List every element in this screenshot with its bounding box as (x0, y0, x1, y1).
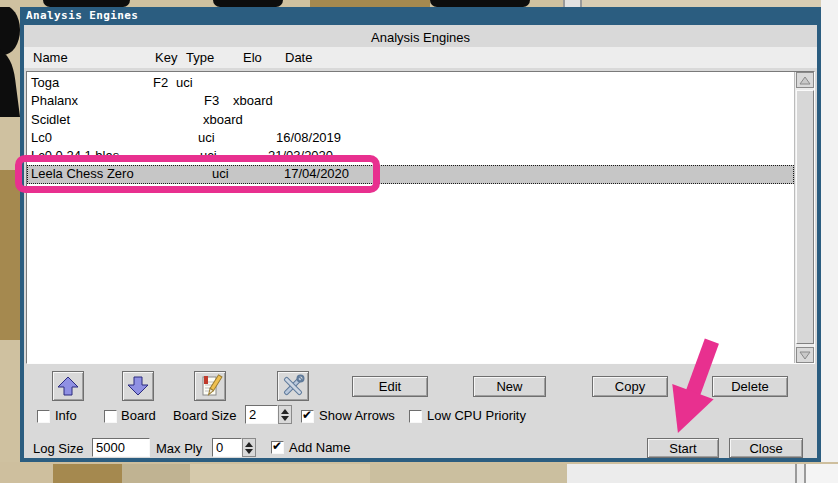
black-piece-top (213, 0, 283, 7)
engine-type: uci (198, 130, 215, 145)
highlight-arrow-annotation (655, 336, 735, 442)
engine-row[interactable]: Toga F2 uci (27, 74, 794, 92)
engine-name: Toga (31, 75, 59, 90)
engine-type: xboard (233, 93, 273, 108)
board-size-input[interactable] (245, 405, 278, 424)
up-arrow-icon (54, 373, 82, 399)
add-name-checkbox[interactable] (271, 441, 284, 454)
low-cpu-checkbox[interactable] (409, 410, 422, 423)
engine-row[interactable]: Phalanx F3 xboard (27, 92, 794, 110)
spin-up-icon[interactable] (281, 409, 289, 414)
board-size-label: Board Size (173, 408, 237, 423)
board-checkbox[interactable] (104, 410, 117, 423)
edit-notes-button[interactable] (194, 371, 226, 401)
board-size-stepper[interactable] (278, 405, 292, 424)
column-header-type: Type (186, 50, 214, 65)
engine-row[interactable]: Lc0 uci 16/08/2019 (27, 129, 794, 147)
show-arrows-checkbox[interactable] (301, 410, 314, 423)
background-scrollbar-sliver (795, 464, 806, 483)
engine-row[interactable]: Scidlet xboard (27, 111, 794, 129)
scroll-down-icon[interactable] (796, 347, 814, 363)
engine-type: uci (176, 75, 193, 90)
engine-type: xboard (203, 112, 243, 127)
log-size-input[interactable] (92, 438, 150, 457)
background-scrollbar-sliver (563, 0, 582, 7)
underlying-window-area (806, 464, 838, 483)
board-square (0, 170, 20, 340)
underlying-window-area (821, 0, 838, 483)
notebook-pencil-icon (196, 373, 224, 399)
engine-key: F2 (153, 75, 168, 90)
spin-down-icon[interactable] (245, 449, 253, 454)
board-square (53, 464, 122, 483)
board-label: Board (121, 408, 156, 423)
black-piece-top (430, 0, 530, 7)
configure-button[interactable] (277, 371, 309, 401)
board-square (310, 0, 430, 7)
info-label: Info (55, 408, 77, 423)
chessboard-top-strip (0, 0, 563, 7)
move-down-button[interactable] (122, 371, 154, 401)
dialog-heading: Analysis Engines (24, 30, 817, 45)
board-square (122, 464, 190, 483)
black-piece-top (43, 0, 130, 7)
engine-date: 16/08/2019 (276, 130, 341, 145)
down-arrow-icon (124, 373, 152, 399)
list-scrollbar[interactable] (794, 72, 814, 363)
engine-key: F3 (204, 93, 219, 108)
board-square (190, 464, 370, 483)
list-column-headers: Name Key Type Elo Date (24, 47, 817, 68)
info-checkbox[interactable] (37, 410, 50, 423)
window-titlebar[interactable]: Analysis Engines (20, 7, 821, 25)
show-arrows-label: Show Arrows (319, 408, 395, 423)
low-cpu-label: Low CPU Priority (427, 408, 526, 423)
highlight-rectangle-annotation (15, 155, 380, 193)
column-header-key: Key (155, 50, 177, 65)
new-button[interactable]: New (473, 376, 546, 397)
max-ply-label: Max Ply (156, 441, 202, 456)
spin-up-icon[interactable] (245, 442, 253, 447)
column-header-name: Name (33, 50, 68, 65)
max-ply-stepper[interactable] (242, 438, 256, 457)
engine-name: Phalanx (31, 93, 78, 108)
spin-down-icon[interactable] (281, 416, 289, 421)
add-name-label: Add Name (289, 440, 350, 455)
tools-icon (279, 373, 307, 399)
max-ply-input[interactable] (212, 438, 242, 457)
engine-listbox[interactable]: Toga F2 uci Phalanx F3 xboard Scidlet xb… (26, 71, 815, 364)
engine-name: Lc0 (31, 130, 52, 145)
underlying-window-area (567, 464, 795, 483)
chessboard-bottom-strip (0, 462, 838, 483)
edit-button[interactable]: Edit (352, 376, 428, 397)
log-size-label: Log Size (33, 441, 84, 456)
move-up-button[interactable] (52, 371, 84, 401)
scrollbar-thumb[interactable] (796, 90, 814, 344)
board-square (370, 464, 567, 483)
background-strip (582, 0, 821, 7)
engine-name: Scidlet (31, 112, 70, 127)
scroll-up-icon[interactable] (796, 72, 814, 88)
close-button[interactable]: Close (729, 438, 803, 458)
column-header-date: Date (285, 50, 312, 65)
column-header-elo: Elo (243, 50, 262, 65)
